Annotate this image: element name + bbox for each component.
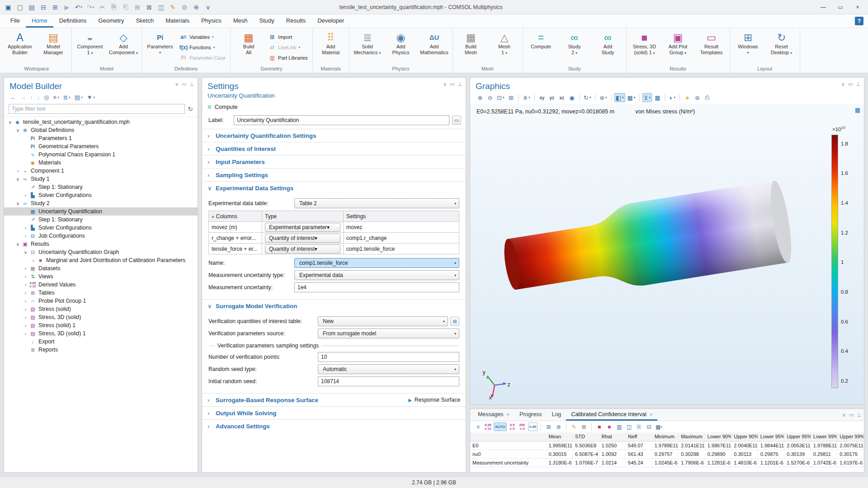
- section-output-while-solving[interactable]: ›Output While Solving: [202, 406, 466, 419]
- add-component-button[interactable]: ◇AddComponent ▾: [107, 29, 140, 66]
- filter-tree-icon[interactable]: ▼▾: [85, 94, 96, 101]
- cut-icon[interactable]: ✂: [97, 2, 108, 12]
- measurement-uncertainty-type-select[interactable]: Experimental data▾: [294, 270, 459, 280]
- build-mesh-button[interactable]: ▦BuildMesh: [454, 29, 488, 66]
- print-icon[interactable]: ⎙: [703, 93, 712, 102]
- section-surrogate-based-response-surface[interactable]: › Surrogate-Based Response Surface ▶ Res…: [202, 393, 466, 406]
- tree-item-stress-solid-1[interactable]: ›▧Stress (solid) 1: [4, 321, 198, 329]
- collapse-panel-icon[interactable]: ∨: [175, 81, 179, 87]
- menu-tab-materials[interactable]: Materials: [160, 14, 195, 28]
- expand-arrow-icon[interactable]: ›: [22, 282, 29, 287]
- tree-item-study-2[interactable]: ∨∞Study 2: [4, 199, 198, 207]
- show-view-triad-icon[interactable]: ⊻▾: [642, 93, 652, 102]
- menu-tab-file[interactable]: File: [5, 14, 26, 28]
- tree-item-stress-3d-solid[interactable]: ›▨Stress, 3D (solid): [4, 313, 198, 321]
- windows-button[interactable]: ⊞Windows▾: [731, 29, 765, 66]
- application-builder-button[interactable]: AApplicationBuilder: [3, 29, 37, 66]
- exp-type-select[interactable]: Quantity of interest▾: [265, 234, 340, 243]
- expand-arrow-icon[interactable]: ›: [22, 299, 29, 304]
- study-2-button[interactable]: ∞Study2 ▾: [558, 29, 591, 66]
- section-input-parameters[interactable]: ›Input Parameters: [202, 155, 466, 168]
- close-button[interactable]: ×: [850, 2, 865, 13]
- table-settings-icon[interactable]: ≡: [474, 422, 482, 431]
- exp-type-select[interactable]: Experimental parameter▾: [265, 223, 340, 232]
- environment-reflections-icon[interactable]: ◐▾: [668, 93, 677, 102]
- histogram-icon[interactable]: ▥: [615, 422, 623, 431]
- rotate-view-icon[interactable]: ↻▾: [582, 93, 592, 102]
- menu-tab-sketch[interactable]: Sketch: [130, 14, 160, 28]
- show-toggle-icon[interactable]: ◎: [42, 94, 50, 101]
- sketch-icon[interactable]: ✎: [167, 2, 178, 12]
- tree-item-derived-values[interactable]: ›8.85e-12Derived Values: [4, 281, 198, 289]
- collapse-arrow-icon[interactable]: ∨: [14, 128, 21, 133]
- magenta-marker-icon[interactable]: ■: [605, 422, 613, 431]
- zoom-extents-icon[interactable]: ⊞: [506, 93, 515, 102]
- expand-arrow-icon[interactable]: ›: [22, 234, 29, 239]
- expand-arrow-icon[interactable]: ›: [22, 225, 29, 230]
- transparency-icon[interactable]: ▩▾: [626, 93, 637, 102]
- help-button[interactable]: ?: [855, 17, 863, 25]
- result-templates-button[interactable]: ▭ResultTemplates: [695, 29, 728, 66]
- float-panel-icon[interactable]: ▭: [450, 81, 454, 87]
- pin-panel-icon[interactable]: ⊥: [856, 81, 860, 87]
- maximize-button[interactable]: ▭: [833, 2, 848, 13]
- new-file-icon[interactable]: ▢: [14, 2, 25, 12]
- perspective-toggle-icon[interactable]: ◉: [567, 93, 576, 102]
- view-yz-icon[interactable]: yz: [547, 93, 557, 102]
- tree-item-results[interactable]: ∨▣Results: [4, 240, 198, 248]
- mesh-1-button[interactable]: △Mesh1 ▾: [488, 29, 521, 66]
- pin-panel-icon[interactable]: ⊥: [458, 81, 462, 87]
- expand-arrow-icon[interactable]: ›: [22, 193, 29, 198]
- label-input[interactable]: [234, 115, 449, 125]
- livelink-button[interactable]: ⇄LiveLink▾: [266, 42, 310, 52]
- tree-item-polynomial-chaos-expansion-1[interactable]: ∿Polynomial Chaos Expansion 1: [4, 150, 198, 159]
- add-physics-button[interactable]: ◉AddPhysics: [384, 29, 418, 66]
- pin-panel-icon[interactable]: ⊥: [189, 81, 194, 87]
- go-to-default-view-icon[interactable]: ⋔▾: [521, 93, 531, 102]
- scientific-notation-icon[interactable]: 8.5e-3: [508, 422, 517, 431]
- exp-settings-cell[interactable]: movez: [344, 222, 459, 233]
- tree-item-component-1[interactable]: ›◒Component 1: [4, 167, 198, 175]
- collapse-tree-icon[interactable]: ≣▾: [61, 94, 71, 101]
- run-icon[interactable]: ▶: [61, 2, 72, 12]
- collapse-arrow-icon[interactable]: ∨: [7, 120, 14, 125]
- move-columns-icon[interactable]: »: [212, 214, 214, 219]
- tree-item-datasets[interactable]: ›▦Datasets: [4, 264, 198, 272]
- save-to-server-icon[interactable]: ⊞: [50, 2, 61, 12]
- section-experimental-data-settings[interactable]: ∨Experimental Data Settings: [202, 181, 466, 194]
- forward-icon[interactable]: →: [19, 94, 27, 101]
- show-grid-icon[interactable]: ▦: [653, 93, 662, 102]
- more-commands-icon[interactable]: ∨: [203, 2, 213, 12]
- zoom-in-icon[interactable]: ⊕: [476, 93, 485, 102]
- copy-table-icon[interactable]: ⎘: [635, 422, 643, 431]
- close-icon[interactable]: ×: [506, 412, 509, 417]
- auto-precision-icon[interactable]: AUTO: [494, 422, 507, 431]
- add-mathematics-button[interactable]: ΔUAddMathematics: [418, 29, 451, 66]
- scene-settings-icon[interactable]: ⊛▾: [598, 93, 608, 102]
- table-graph-icon[interactable]: ◫: [625, 422, 633, 431]
- qoi-name-select[interactable]: comp1.tensile_force▾: [294, 258, 459, 268]
- component-1-button[interactable]: ◒Component1 ▾: [73, 29, 107, 66]
- tree-item-views[interactable]: ›⇅Views: [4, 272, 198, 281]
- expand-arrow-icon[interactable]: ›: [22, 315, 29, 320]
- tree-item-marginal-joint-distribution[interactable]: ›■Marginal and Joint Distribution of Cal…: [4, 256, 198, 264]
- menu-tab-home[interactable]: Home: [26, 14, 53, 28]
- exp-column-cell[interactable]: tensile_force + er...: [209, 244, 262, 254]
- decimal-notation-icon[interactable]: 0.85: [528, 422, 538, 431]
- find-icon[interactable]: ⊙: [179, 2, 190, 12]
- menu-tab-study[interactable]: Study: [254, 14, 280, 28]
- tree-item-probe-plot-group-1[interactable]: ›∩Probe Plot Group 1: [4, 297, 198, 305]
- collapse-arrow-icon[interactable]: ∨: [14, 242, 21, 247]
- exp-settings-cell[interactable]: comp1.r_change: [344, 233, 459, 244]
- more-table-options-icon[interactable]: ▦▾: [655, 422, 663, 431]
- float-panel-icon[interactable]: ▭: [849, 412, 854, 418]
- tree-item-step-1-stationary-2[interactable]: ↗Step 1: Stationary: [4, 216, 198, 224]
- menu-tab-definitions[interactable]: Definitions: [53, 14, 93, 28]
- clear-table-icon[interactable]: ⊠: [580, 422, 588, 431]
- expand-arrow-icon[interactable]: ›: [14, 169, 21, 174]
- tree-item-uncertainty-quantification-graph[interactable]: ∨⊡Uncertainty Quantification Graph: [4, 248, 198, 256]
- tree-item-step-1-stationary[interactable]: ↗Step 1: Stationary: [4, 183, 198, 191]
- tree-item-geometrical-parameters[interactable]: PiGeometrical Parameters: [4, 142, 198, 150]
- expand-arrow-icon[interactable]: ›: [22, 274, 29, 279]
- minimize-button[interactable]: —: [816, 2, 831, 13]
